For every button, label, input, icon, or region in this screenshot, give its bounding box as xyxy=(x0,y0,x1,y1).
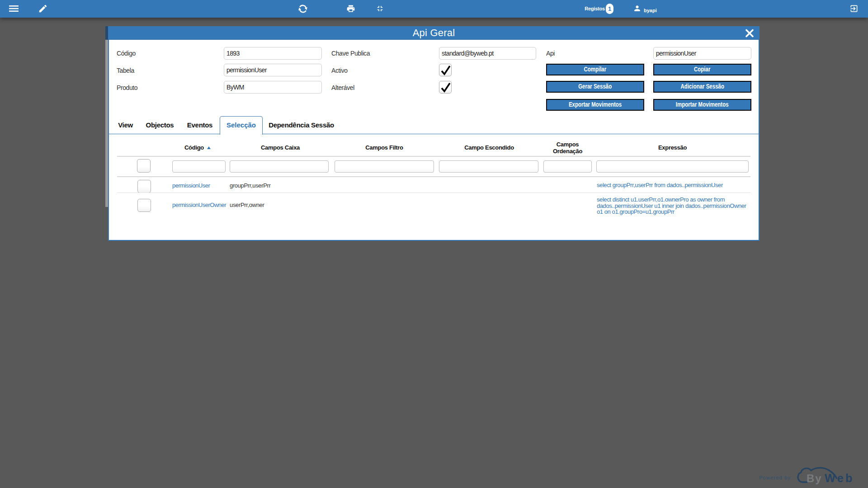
svg-text:Powered by: Powered by xyxy=(759,475,791,480)
svg-text:By: By xyxy=(807,472,822,484)
svg-text:Web: Web xyxy=(825,472,854,484)
